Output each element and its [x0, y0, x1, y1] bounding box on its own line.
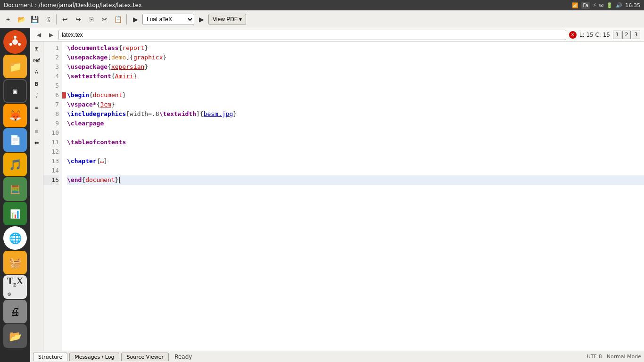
cmd-documentclass: \documentclass [67, 43, 119, 53]
nav-next-button[interactable]: ▶ [46, 30, 56, 40]
cmd-tableofcontents: \tableofcontents [67, 138, 126, 147]
line-num-1: 1 [43, 43, 59, 53]
svg-point-4 [9, 43, 12, 46]
structure-tab[interactable]: Structure [33, 353, 67, 361]
filepath-input[interactable]: latex.tex [58, 30, 566, 40]
open-file-button[interactable]: 📂 [15, 13, 27, 25]
sep1 [56, 14, 57, 25]
cmd-clearpage: \clearpage [67, 119, 104, 128]
line-num-11: 11 [43, 138, 59, 147]
code-line-8: \includegraphics[width=.8\textwidth]{bes… [67, 109, 644, 119]
calc-icon[interactable]: 🧮 [3, 177, 27, 201]
volume-icon: 🔊 [616, 2, 622, 8]
line-num-10: 10 [43, 128, 59, 138]
text-cursor [119, 177, 120, 183]
cmd-end: \end [67, 175, 82, 185]
app-sidebar: 📁 ▣ 🦊 📄 🎵 🧮 📊 🌐 � [0, 28, 30, 362]
statusbar: Structure Messages / Log Source Viewer R… [30, 351, 644, 362]
indent-button[interactable]: ⬅ [32, 138, 42, 148]
list2-button[interactable]: ≡ [32, 114, 42, 124]
code-line-3: \usepackage{xepersian} [67, 62, 644, 72]
status-ready: Ready [171, 354, 196, 360]
bluetooth-icon: ⚡ [593, 2, 596, 8]
left-tools-panel: ⊞ ref A B i ≡ ≡ ≡ ⬅ [30, 41, 43, 351]
bold-button[interactable]: B [32, 79, 42, 89]
info-button[interactable]: i [32, 90, 42, 101]
compiler-select[interactable]: LuaLaTeX pdfLaTeX XeLaTeX [142, 14, 194, 25]
close-document-button[interactable]: ✕ [569, 31, 577, 39]
vlc-icon[interactable]: 🎵 [3, 153, 27, 176]
code-editor[interactable]: \documentclass{report} \usepackage[demo]… [62, 41, 644, 351]
find-button[interactable]: A [32, 67, 42, 77]
cmd-textwidth: \textwidth [159, 109, 196, 119]
line-num-8: 8 [43, 109, 59, 119]
paste-button[interactable]: 📋 [112, 13, 124, 25]
ubuntu-icon[interactable] [3, 30, 27, 54]
cmd-chapter: \chapter [67, 156, 97, 166]
main-toolbar: + 📂 💾 🖨 ↩ ↪ ⎘ ✂ 📋 ▶ LuaLaTeX pdfLaTeX Xe… [0, 10, 644, 28]
position-info: L: 15 C: 15 [579, 32, 610, 38]
terminal-icon[interactable]: ▣ [3, 79, 27, 103]
svg-point-3 [18, 43, 21, 46]
code-line-5 [67, 81, 644, 90]
folder2-icon[interactable]: 📂 [3, 324, 27, 348]
view-pdf-label: View PDF [213, 16, 238, 23]
code-line-14 [67, 166, 644, 175]
copy-button[interactable]: ⎘ [85, 13, 98, 25]
chrome-icon[interactable]: 🌐 [3, 226, 27, 250]
view-pdf-arrow: ▾ [239, 16, 242, 23]
cut-button[interactable]: ✂ [99, 13, 111, 25]
add-line-button[interactable]: ⊞ [32, 43, 42, 54]
spreadsheet-icon[interactable]: 📊 [3, 202, 27, 225]
code-line-9: \clearpage [67, 119, 644, 128]
ref-button[interactable]: ref [32, 55, 42, 66]
printer-icon[interactable]: 🖨 [3, 300, 27, 323]
page-1-button[interactable]: 1 [613, 31, 621, 39]
content-area: 📁 ▣ 🦊 📄 🎵 🧮 📊 🌐 � [0, 28, 644, 362]
network-icon: 📶 [572, 2, 578, 8]
mail-icon: ✉ [599, 2, 603, 8]
source-viewer-tab[interactable]: Source Viewer [121, 353, 169, 361]
undo-button[interactable]: ↩ [59, 13, 71, 25]
line-num-15: 15 [43, 175, 59, 185]
cmd-usepackage1: \usepackage [67, 53, 107, 62]
code-line-11: \tableofcontents [67, 138, 644, 147]
code-line-4: \settextfont{Amiri} [67, 72, 644, 81]
page-numbers: 1 2 3 [613, 31, 640, 39]
cmd-vspace: \vspace* [67, 100, 97, 109]
page-3-button[interactable]: 3 [632, 31, 640, 39]
print-button[interactable]: 🖨 [41, 13, 54, 25]
filepath-bar: ◀ ▶ latex.tex ✕ L: 15 C: 15 1 2 3 [30, 28, 644, 41]
fa-icon: Fa [581, 2, 590, 9]
line-num-3: 3 [43, 62, 59, 72]
messages-log-tab[interactable]: Messages / Log [69, 353, 119, 361]
editor-body: ⊞ ref A B i ≡ ≡ ≡ ⬅ 1 2 3 4 5 6 [30, 41, 644, 351]
basket-icon[interactable]: 🧺 [3, 251, 27, 274]
line-num-9: 9 [43, 119, 59, 128]
view-pdf-button[interactable]: View PDF ▾ [208, 14, 246, 25]
line-num-12: 12 [43, 147, 59, 156]
tex-studio-icon[interactable]: TEX⚙ [3, 275, 27, 299]
app-window: Document : /home/jamal/Desktop/latex/lat… [0, 0, 644, 362]
page-2-button[interactable]: 2 [622, 31, 631, 39]
new-file-button[interactable]: + [2, 13, 14, 25]
document-viewer-icon[interactable]: 📄 [3, 128, 27, 152]
compile-button[interactable]: ▶ [195, 13, 207, 25]
firefox-icon[interactable]: 🦊 [3, 104, 27, 127]
code-line-1: \documentclass{report} [67, 43, 644, 53]
status-right: UTF-8 Normal Mode [587, 354, 641, 360]
breakpoint-marker [62, 92, 66, 99]
nav-prev-button[interactable]: ◀ [34, 30, 43, 40]
save-file-button[interactable]: 💾 [28, 13, 41, 25]
files-icon[interactable]: 📁 [3, 55, 27, 78]
list3-button[interactable]: ≡ [32, 126, 42, 136]
forward-button[interactable]: ▶ [129, 13, 141, 25]
list1-button[interactable]: ≡ [32, 102, 42, 113]
code-line-2: \usepackage[demo]{graphicx} [67, 53, 644, 62]
svg-point-1 [12, 39, 18, 45]
redo-button[interactable]: ↪ [72, 13, 84, 25]
code-line-10 [67, 128, 644, 138]
encoding-label: UTF-8 [587, 354, 602, 360]
svg-point-2 [14, 36, 17, 39]
mode-label: Normal Mode [607, 354, 641, 360]
